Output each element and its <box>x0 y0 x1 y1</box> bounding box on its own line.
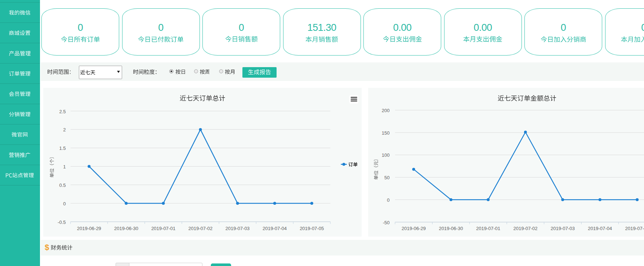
svg-text:2019-07-02: 2019-07-02 <box>514 226 538 231</box>
svg-text:2.5: 2.5 <box>59 109 66 114</box>
svg-text:2019-07-04: 2019-07-04 <box>263 226 287 231</box>
svg-text:2019-07-03: 2019-07-03 <box>551 226 575 231</box>
svg-text:0.5: 0.5 <box>59 183 66 188</box>
svg-text:2019-07-05: 2019-07-05 <box>300 226 324 231</box>
svg-text:1: 1 <box>63 164 66 169</box>
svg-text:2019-06-29: 2019-06-29 <box>77 226 101 231</box>
svg-text:2019-06-30: 2019-06-30 <box>114 226 138 231</box>
svg-text:2019-07-05: 2019-07-05 <box>625 226 644 231</box>
svg-text:2019-07-02: 2019-07-02 <box>188 226 213 231</box>
svg-text:2019-06-29: 2019-06-29 <box>402 226 426 231</box>
svg-text:-0.5: -0.5 <box>58 220 66 225</box>
svg-text:2019-07-03: 2019-07-03 <box>225 226 250 231</box>
svg-text:1.5: 1.5 <box>59 146 66 151</box>
svg-text:2: 2 <box>63 127 66 132</box>
svg-text:100: 100 <box>382 152 390 158</box>
svg-text:2019-06-30: 2019-06-30 <box>439 226 463 231</box>
svg-text:0: 0 <box>63 201 66 206</box>
svg-text:150: 150 <box>382 130 390 136</box>
svg-text:200: 200 <box>382 108 390 113</box>
svg-text:2019-07-01: 2019-07-01 <box>476 226 500 231</box>
svg-text:-50: -50 <box>383 220 390 225</box>
svg-text:50: 50 <box>385 175 390 180</box>
svg-text:2019-07-04: 2019-07-04 <box>588 226 612 231</box>
svg-text:2019-07-01: 2019-07-01 <box>151 226 176 231</box>
svg-text:0: 0 <box>387 197 390 203</box>
